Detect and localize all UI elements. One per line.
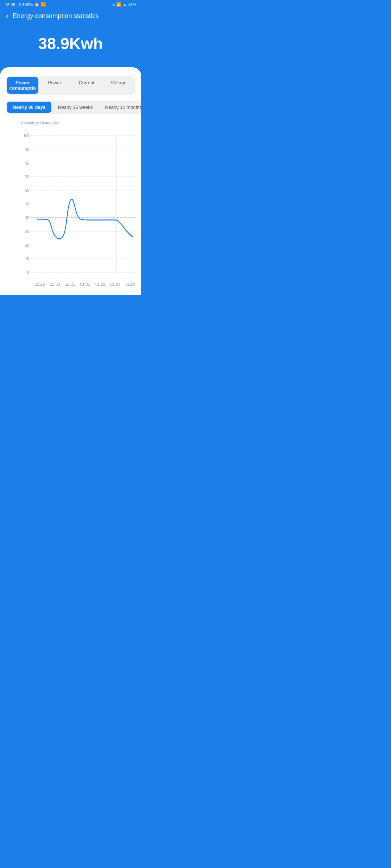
tab-voltage[interactable]: Voltage xyxy=(103,77,135,94)
back-button[interactable]: ‹ xyxy=(6,12,8,20)
svg-text:20: 20 xyxy=(25,243,29,247)
x-label-1230: 12.30 xyxy=(50,282,60,286)
svg-text:50: 50 xyxy=(25,202,29,207)
x-label-0102: 01.02 xyxy=(95,282,105,286)
svg-text:60: 60 xyxy=(25,188,29,193)
time-display: 16:08 xyxy=(5,3,15,7)
x-label-0103: 01.03 xyxy=(110,282,121,286)
alarm-icon: ⏰ xyxy=(34,2,39,7)
message-icon: 🟧 xyxy=(41,2,46,7)
x-label-1231: 12.31 xyxy=(65,282,75,286)
tab-power-consumption[interactable]: Power consumptio xyxy=(7,77,38,94)
battery-display: 48% xyxy=(128,3,136,7)
tab-current[interactable]: Current xyxy=(71,77,102,94)
chart-y-label: Kilowatts per hour (KWh) xyxy=(6,121,135,125)
energy-value-section: 38.9Kwh xyxy=(0,27,141,67)
svg-text:40: 40 xyxy=(25,216,29,220)
svg-text:100: 100 xyxy=(24,134,29,138)
status-bar: 16:08 | 0.3KB/s ⏰ 🟧 ⁎ 📶 ▲ 48% xyxy=(0,0,141,8)
line-chart: 100 90 80 70 60 50 40 30 20 10 0 xyxy=(20,128,135,280)
separator: | xyxy=(17,3,18,7)
x-axis-labels: 12.29 12.30 12.31 01.01 01.02 01.03 01.0… xyxy=(20,280,135,286)
page-title: Energy consumption statistics xyxy=(13,12,99,20)
chart-svg-wrapper: 100 90 80 70 60 50 40 30 20 10 0 xyxy=(20,128,135,280)
chart-line xyxy=(37,199,133,239)
tab-12-months[interactable]: Nearly 12 months xyxy=(99,102,141,113)
signal-icon: 📶 xyxy=(116,2,121,7)
svg-text:80: 80 xyxy=(25,161,29,165)
x-label-0104: 01.04 xyxy=(125,282,135,286)
svg-text:30: 30 xyxy=(25,229,29,234)
metric-tabs: Power consumptio Power Current Voltage xyxy=(6,76,135,95)
svg-text:0: 0 xyxy=(27,271,29,275)
tab-power[interactable]: Power xyxy=(39,77,71,94)
status-right: ⁎ 📶 ▲ 48% xyxy=(113,2,136,7)
main-card: Power consumptio Power Current Voltage N… xyxy=(0,67,141,295)
time-tabs: Nearly 30 days Nearly 15 weeks Nearly 12… xyxy=(6,101,141,114)
tab-30-days[interactable]: Nearly 30 days xyxy=(7,102,51,113)
status-left: 16:08 | 0.3KB/s ⏰ 🟧 xyxy=(5,2,46,7)
svg-text:90: 90 xyxy=(25,147,29,152)
bluetooth-icon: ⁎ xyxy=(113,2,115,7)
x-label-0101: 01.01 xyxy=(80,282,90,286)
wifi-icon: ▲ xyxy=(123,3,127,7)
app-header: ‹ Energy consumption statistics xyxy=(0,8,141,27)
network-speed: 0.3KB/s xyxy=(19,3,33,7)
svg-text:10: 10 xyxy=(25,257,29,261)
tab-15-weeks[interactable]: Nearly 15 weeks xyxy=(52,102,98,113)
x-label-1229: 12.29 xyxy=(35,282,45,286)
chart-container: 100 90 80 70 60 50 40 30 20 10 0 xyxy=(6,128,135,286)
energy-value: 38.9Kwh xyxy=(0,35,141,53)
svg-text:70: 70 xyxy=(25,175,29,179)
